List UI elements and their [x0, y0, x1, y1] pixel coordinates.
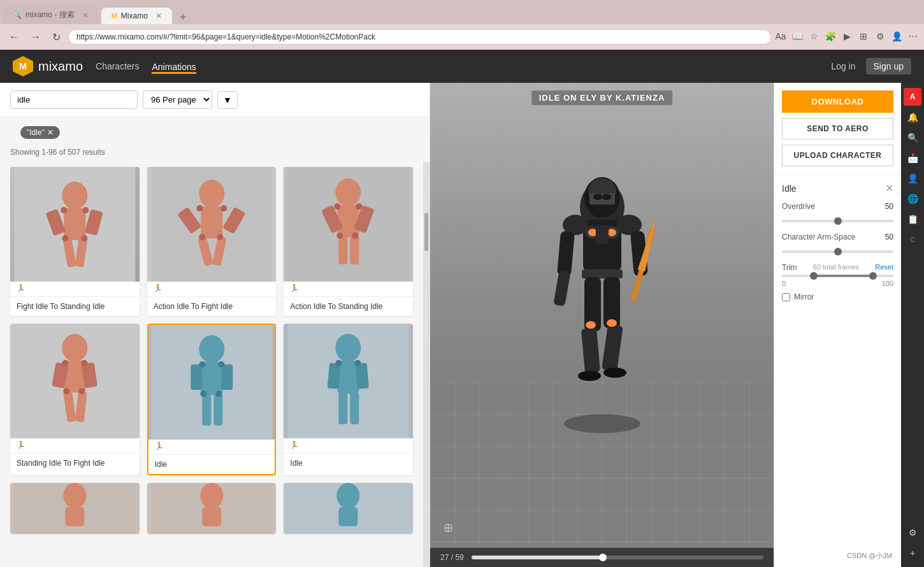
- svg-point-80: [602, 194, 611, 200]
- tab-label-search: mixamo - 搜索: [25, 10, 75, 20]
- arm-space-slider[interactable]: [782, 250, 893, 253]
- viewport-nav-control[interactable]: ⊕: [443, 520, 454, 535]
- search-input[interactable]: [10, 90, 138, 109]
- card-8[interactable]: [284, 483, 413, 534]
- svg-point-52: [218, 361, 224, 368]
- card-1[interactable]: 🏃 Action Idle To Fight Idle: [147, 167, 277, 316]
- mirror-checkbox[interactable]: [782, 293, 790, 301]
- adobe-mail-icon[interactable]: 📩: [904, 149, 921, 167]
- tab-favicon-search: 🔍: [13, 11, 22, 19]
- svg-rect-96: [581, 327, 600, 373]
- card-3[interactable]: 🏃 Standing Idle To Fight Idle: [10, 324, 140, 475]
- svg-rect-27: [339, 236, 348, 264]
- card-4[interactable]: 🏃 Idle: [147, 324, 277, 475]
- address-bar-input[interactable]: [68, 29, 771, 45]
- star-icon: ☆: [808, 31, 819, 43]
- card-0[interactable]: 🏃 Fight Idle To Standing Idle: [10, 167, 140, 316]
- figure-thumb-8: [284, 483, 413, 534]
- arm-space-label: Character Arm-Space: [782, 233, 855, 241]
- adobe-outlook-icon[interactable]: 📋: [904, 210, 921, 228]
- download-button[interactable]: DOWNLOAD: [782, 90, 893, 113]
- overdrive-slider[interactable]: [782, 220, 893, 222]
- filter-tag-close[interactable]: ✕: [47, 128, 54, 137]
- tab-mixamo[interactable]: M Mixamo ✕: [101, 8, 172, 24]
- svg-point-43: [78, 388, 85, 394]
- filter-button[interactable]: ▼: [217, 91, 238, 109]
- per-page-select[interactable]: 96 Per page: [143, 90, 212, 109]
- timeline-track[interactable]: [472, 556, 763, 559]
- tab-close-mixamo[interactable]: ✕: [155, 11, 162, 20]
- adobe-csdn-icon[interactable]: C: [904, 231, 921, 248]
- svg-rect-59: [356, 362, 369, 389]
- adobe-settings-icon[interactable]: ⚙: [904, 524, 921, 542]
- filter-tag[interactable]: "Idle" ✕: [20, 126, 60, 139]
- svg-point-62: [336, 360, 342, 366]
- trim-handle-left[interactable]: [810, 272, 818, 280]
- trim-reset-button[interactable]: Reset: [875, 263, 893, 272]
- adobe-globe-icon[interactable]: 🌐: [904, 190, 921, 208]
- svg-point-20: [199, 234, 205, 240]
- refresh-button[interactable]: ↻: [48, 30, 64, 45]
- translate-icon: Aa: [775, 31, 786, 43]
- card-5[interactable]: 🏃 Idle: [284, 324, 413, 475]
- svg-point-30: [356, 203, 363, 210]
- back-button[interactable]: ←: [5, 30, 23, 44]
- svg-point-45: [199, 335, 224, 363]
- timeline-thumb[interactable]: [599, 554, 607, 561]
- animation-grid: 🏃 Fight Idle To Standing Idle: [0, 162, 423, 567]
- svg-rect-78: [589, 193, 615, 205]
- figure-thumb-5: [284, 324, 413, 438]
- card-footer-4: 🏃: [148, 440, 275, 454]
- svg-rect-48: [221, 364, 233, 390]
- tab-close-search[interactable]: ✕: [82, 11, 89, 20]
- adobe-notification-icon[interactable]: 🔔: [904, 108, 921, 126]
- trim-label: Trim: [782, 263, 797, 272]
- svg-rect-98: [602, 324, 623, 372]
- card-7[interactable]: [147, 483, 277, 534]
- character-svg: [513, 156, 691, 475]
- adobe-plus-icon[interactable]: +: [904, 544, 921, 562]
- send-to-aero-button[interactable]: SEND TO AERO: [782, 118, 893, 140]
- svg-point-10: [81, 235, 87, 241]
- nav-characters[interactable]: Characters: [96, 59, 139, 74]
- tab-mixamo-search[interactable]: 🔍 mixamo - 搜索 ✕: [3, 6, 99, 24]
- card-2[interactable]: 🏃 Action Idle To Standing Idle: [284, 167, 413, 316]
- signup-button[interactable]: Sign up: [866, 58, 911, 75]
- adobe-share-icon[interactable]: 👤: [904, 169, 921, 187]
- svg-rect-58: [328, 362, 341, 389]
- svg-point-29: [335, 203, 341, 210]
- trim-dual-slider[interactable]: [782, 275, 893, 277]
- logo-hex: M: [13, 56, 33, 76]
- svg-rect-90: [553, 270, 570, 306]
- svg-point-34: [62, 334, 87, 362]
- trim-handle-right[interactable]: [869, 272, 877, 280]
- card-footer-3: 🏃: [10, 438, 140, 453]
- settings-close-button[interactable]: ✕: [885, 182, 893, 194]
- extensions-icon: 🧩: [825, 31, 836, 43]
- mirror-setting: Mirror: [782, 292, 893, 301]
- svg-rect-49: [202, 394, 211, 426]
- card-6[interactable]: [10, 483, 140, 534]
- svg-rect-86: [596, 225, 609, 244]
- upload-character-button[interactable]: UPLOAD CHARACTER: [782, 145, 893, 166]
- app-header: M mixamo Characters Animations Log in Si…: [0, 50, 924, 83]
- csdn-badge: CSDN @小JM: [843, 550, 896, 562]
- adobe-search-icon[interactable]: 🔍: [904, 129, 921, 147]
- new-tab-button[interactable]: +: [175, 11, 192, 24]
- svg-rect-61: [350, 392, 359, 424]
- figure-thumb-2: [284, 167, 413, 282]
- svg-rect-66: [65, 507, 84, 526]
- login-button[interactable]: Log in: [831, 61, 855, 71]
- svg-point-101: [586, 321, 596, 329]
- forward-button[interactable]: →: [27, 30, 45, 44]
- card-icon-3: 🏃: [17, 441, 25, 449]
- trim-fill: [816, 275, 872, 277]
- scroll-indicator[interactable]: [423, 162, 430, 567]
- nav-animations[interactable]: Animations: [152, 59, 196, 74]
- svg-rect-13: [201, 206, 222, 238]
- logo-area: M mixamo: [13, 56, 83, 76]
- card-label-4: Idle: [148, 454, 275, 474]
- svg-point-65: [63, 483, 86, 508]
- card-label-3: Standing Idle To Fight Idle: [10, 453, 140, 473]
- scroll-thumb[interactable]: [424, 213, 428, 251]
